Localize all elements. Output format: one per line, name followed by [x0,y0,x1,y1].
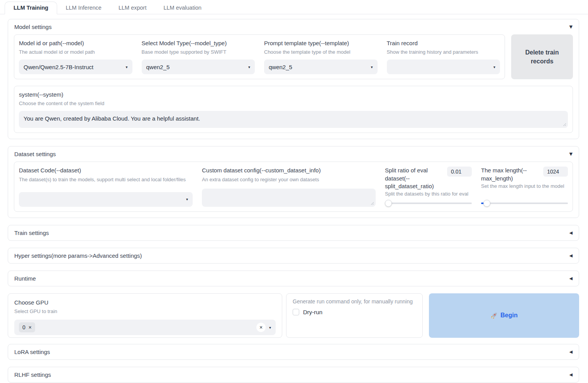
model-settings-header[interactable]: Model settings ▼ [8,19,579,34]
choose-gpu-info: Select GPU to train [14,308,276,315]
dataset-code-info: The dataset(s) to train the models, supp… [19,177,193,183]
dry-run-checkbox[interactable] [293,309,299,315]
chevron-down-icon[interactable]: ▾ [269,325,271,330]
chevron-down-icon: ▾ [125,65,127,69]
tab-panel-llm-training: Model settings ▼ Model id or path(--mode… [0,14,588,383]
train-settings-title: Train settings [14,230,49,236]
rlhf-settings-title: RLHF settings [14,371,51,378]
model-id-label: Model id or path(--model) [19,39,132,47]
system-info: Choose the content of the system field [19,100,568,107]
close-icon: × [259,324,263,330]
max-length-input[interactable] [543,167,568,177]
lora-settings-header[interactable]: LoRA settings ◀ [8,344,579,359]
slider-track [385,203,472,204]
max-length-field: The max length(--max_length) Set the max… [481,167,568,207]
gpu-chip-value: 0 [22,324,25,330]
hyper-settings-title: Hyper settings(more params->Advanced set… [14,252,142,259]
slider-handle[interactable] [483,200,490,207]
collapse-icon: ▼ [569,152,573,156]
max-length-label: The max length(--max_length) [481,167,539,182]
train-settings-panel: Train settings ◀ [8,225,579,241]
close-icon[interactable]: × [29,325,32,330]
max-length-slider[interactable] [481,200,568,207]
model-type-label: Select Model Type(--model_type) [142,39,255,47]
lora-settings-panel: LoRA settings ◀ [8,344,579,360]
expand-icon: ◀ [569,350,573,354]
train-settings-header[interactable]: Train settings ◀ [8,225,579,240]
system-textarea[interactable]: You are Qwen, created by Alibaba Cloud. … [19,111,568,128]
dataset-fields-group: Dataset Code(--dataset) The dataset(s) t… [14,162,573,212]
dataset-settings-panel: Dataset settings ▼ Dataset Code(--datase… [8,146,579,218]
slider-track [481,203,568,204]
dry-run-option[interactable]: Dry-run [293,309,416,315]
split-ratio-input[interactable] [447,167,472,177]
model-type-value: qwen2_5 [146,64,170,70]
split-ratio-label: Split ratio of eval dataset(--split_data… [385,167,443,190]
begin-button[interactable]: Begin [429,293,579,338]
resize-handle-icon[interactable] [371,202,374,205]
gpu-multiselect[interactable]: 0 × × ▾ [14,320,276,335]
model-settings-title: Model settings [14,24,52,30]
custom-dataset-field: Custom dataset config(--custom_dataset_i… [202,167,376,207]
model-id-dropdown[interactable]: Qwen/Qwen2.5-7B-Instruct ▾ [19,60,132,74]
rlhf-settings-panel: RLHF settings ◀ [8,367,579,383]
tab-llm-inference[interactable]: LLM Inference [57,2,110,14]
hyper-settings-panel: Hyper settings(more params->Advanced set… [8,248,579,264]
model-id-info: The actual model id or model path [19,49,132,56]
runtime-title: Runtime [14,275,36,282]
dataset-settings-header[interactable]: Dataset settings ▼ [8,146,579,162]
dataset-code-dropdown[interactable]: ▾ [19,192,193,207]
custom-dataset-label: Custom dataset config(--custom_dataset_i… [202,167,376,174]
begin-button-label: Begin [500,312,517,319]
system-field-group: system(--system) Choose the content of t… [14,86,573,133]
model-type-field: Select Model Type(--model_type) Base mod… [142,39,255,74]
rlhf-settings-header[interactable]: RLHF settings ◀ [8,367,579,382]
dataset-settings-title: Dataset settings [14,151,56,157]
clear-selection-button[interactable]: × [256,323,266,332]
template-value: qwen2_5 [269,64,292,70]
runtime-header[interactable]: Runtime ◀ [8,271,579,286]
template-label: Prompt template type(--template) [264,39,378,47]
model-fields-group: Model id or path(--model) The actual mod… [14,34,505,79]
train-record-dropdown[interactable]: ▾ [387,60,500,74]
delete-train-records-button[interactable]: Delete train records [511,34,573,79]
template-field: Prompt template type(--template) Choose … [264,39,378,74]
gpu-chip-0: 0 × [19,322,35,332]
custom-dataset-textarea[interactable] [202,189,376,207]
choose-gpu-group: Choose GPU Select GPU to train 0 × × ▾ [8,293,282,338]
split-ratio-field: Split ratio of eval dataset(--split_data… [385,167,472,207]
train-record-label: Train record [387,39,500,47]
template-dropdown[interactable]: qwen2_5 ▾ [264,60,378,74]
split-ratio-slider[interactable] [385,200,472,207]
expand-icon: ◀ [569,373,573,377]
train-record-info: Show the training history and parameters [387,49,500,56]
custom-dataset-info: An extra dataset config to register your… [202,177,376,183]
dataset-code-field: Dataset Code(--dataset) The dataset(s) t… [19,167,193,207]
hyper-settings-header[interactable]: Hyper settings(more params->Advanced set… [8,248,579,263]
dataset-code-label: Dataset Code(--dataset) [19,167,193,174]
dry-run-label: Dry-run [303,309,322,315]
system-label: system(--system) [19,91,568,99]
generate-command-label: Generate run command only, for manually … [293,298,416,305]
max-length-info: Set the max length input to the model [481,183,568,190]
run-controls-row: Choose GPU Select GPU to train 0 × × ▾ G… [8,293,579,338]
template-info: Choose the template type of the model [264,49,378,56]
model-id-value: Qwen/Qwen2.5-7B-Instruct [24,64,93,70]
tab-llm-training[interactable]: LLM Training [5,2,57,14]
chevron-down-icon: ▾ [186,197,188,201]
split-ratio-info: Split the datasets by this ratio for eva… [385,191,472,197]
model-type-info: Base model type supported by SWIFT [142,49,255,56]
expand-icon: ◀ [569,231,573,235]
expand-icon: ◀ [569,254,573,258]
tab-llm-export[interactable]: LLM export [110,2,155,14]
dry-run-group: Generate run command only, for manually … [286,293,423,338]
slider-handle[interactable] [385,200,392,207]
lora-settings-title: LoRA settings [14,349,50,355]
expand-icon: ◀ [569,276,573,281]
tab-llm-evaluation[interactable]: LLM evaluation [155,2,210,14]
tab-bar: LLM Training LLM Inference LLM export LL… [0,0,588,14]
resize-handle-icon[interactable] [563,123,566,126]
model-type-dropdown[interactable]: qwen2_5 ▾ [142,60,255,74]
model-settings-panel: Model settings ▼ Model id or path(--mode… [8,19,579,139]
collapse-icon: ▼ [569,25,573,29]
